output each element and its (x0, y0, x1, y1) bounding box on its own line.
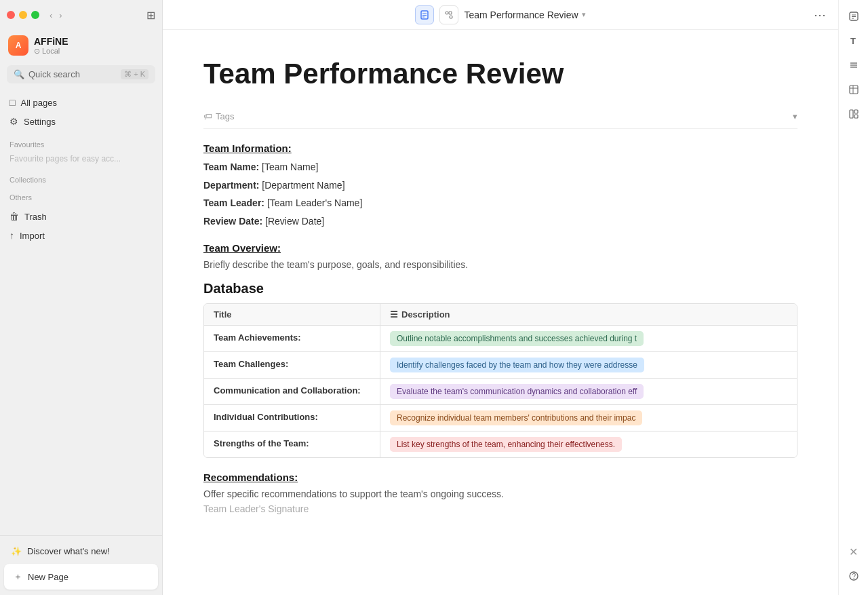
db-col-title-header: Title (204, 304, 380, 325)
workspace-avatar: A (8, 35, 28, 56)
team-info-section: Team Information: Team Name: [Team Name]… (203, 142, 797, 229)
help-button[interactable]: ? (843, 565, 865, 587)
db-header: Title ☰ Description (204, 304, 797, 326)
import-label: Import (20, 231, 45, 241)
table-row: Team Challenges: Identify challenges fac… (204, 352, 797, 379)
db-cell-desc-3: Recognize individual team members' contr… (380, 405, 797, 431)
sidebar-item-trash[interactable]: 🗑 Trash (4, 207, 158, 226)
table-row: Team Achievements: Outline notable accom… (204, 326, 797, 352)
layout-button[interactable] (843, 103, 865, 125)
overview-heading: Team Overview: (203, 242, 797, 254)
doc-area: Team Performance Review 🏷 Tags ▾ Team In… (163, 30, 838, 595)
close-button[interactable] (7, 11, 15, 19)
database-title: Database (203, 281, 797, 296)
page-title-label: Team Performance Review (464, 9, 578, 20)
settings-icon: ⚙ (9, 116, 18, 127)
svg-point-4 (446, 12, 448, 14)
edgeless-view-button[interactable] (439, 5, 458, 24)
maximize-button[interactable] (31, 11, 39, 19)
review-date-field: Review Date: [Review Date] (203, 214, 797, 229)
svg-rect-20 (854, 115, 858, 118)
all-pages-label: All pages (20, 98, 56, 108)
tags-chevron-icon: ▾ (793, 111, 797, 121)
list-view-button[interactable] (843, 54, 865, 76)
review-date-label: Review Date: (203, 216, 262, 227)
db-cell-title-2: Communication and Collaboration: (204, 379, 380, 404)
table-row: Strengths of the Team: List key strength… (204, 431, 797, 457)
doc-title: Team Performance Review (203, 57, 797, 91)
db-cell-title-4: Strengths of the Team: (204, 431, 380, 457)
search-left: 🔍 Quick search (14, 69, 80, 79)
db-col-desc-header: ☰ Description (380, 304, 797, 325)
new-page-label: New Page (28, 572, 68, 582)
desc-tag-3: Recognize individual team members' contr… (390, 410, 642, 425)
topbar-title[interactable]: Team Performance Review ▾ (464, 9, 585, 20)
import-icon: ↑ (9, 230, 14, 241)
desc-tag-0: Outline notable accomplishments and succ… (390, 331, 644, 346)
db-cell-desc-2: Evaluate the team's communication dynami… (380, 379, 797, 404)
table-view-button[interactable] (843, 79, 865, 100)
desc-tag-4: List key strengths of the team, enhancin… (390, 437, 622, 452)
sidebar-item-settings[interactable]: ⚙ Settings (4, 112, 158, 131)
recommendations-text: Offer specific recommendations to suppor… (203, 488, 797, 499)
sidebar-item-import[interactable]: ↑ Import (4, 226, 158, 245)
team-leader-field: Team Leader: [Team Leader's Name] (203, 195, 797, 210)
tag-icon: 🏷 (203, 111, 212, 121)
svg-rect-6 (449, 12, 452, 14)
search-shortcut: ⌘ + K (121, 69, 149, 79)
search-bar[interactable]: 🔍 Quick search ⌘ + K (7, 65, 155, 83)
close-panel-button[interactable]: ✕ (843, 541, 865, 562)
review-date-value: [Review Date] (265, 216, 324, 227)
discover-button[interactable]: ✨ Discover what's new! (4, 541, 158, 561)
main-area: Team Performance Review ▾ ⋯ Team Perform… (163, 0, 838, 595)
team-info-heading: Team Information: (203, 142, 797, 154)
local-icon: ⊙ (34, 47, 40, 56)
desc-tag-1: Identify challenges faced by the team an… (390, 358, 644, 372)
recommendations-section: Recommendations: Offer specific recommen… (203, 472, 797, 514)
search-icon: 🔍 (14, 69, 24, 79)
table-icon (848, 84, 859, 95)
edgeless-icon (444, 10, 454, 20)
text-format-button[interactable]: T (843, 30, 865, 52)
team-name-field: Team Name: [Team Name] (203, 159, 797, 174)
settings-label: Settings (24, 117, 56, 127)
help-icon: ? (848, 571, 859, 581)
team-leader-sig: Team Leader's Signature (203, 503, 797, 514)
page-view-button[interactable] (415, 5, 434, 24)
topbar-center: Team Performance Review ▾ (415, 5, 585, 24)
workspace-type: ⊙ Local (34, 47, 68, 56)
team-overview-section: Team Overview: Briefly describe the team… (203, 242, 797, 458)
svg-rect-19 (854, 110, 858, 113)
desc-list-icon: ☰ (390, 309, 398, 320)
others-nav: 🗑 Trash ↑ Import (0, 204, 162, 248)
page-icon (420, 10, 429, 20)
table-row: Communication and Collaboration: Evaluat… (204, 379, 797, 405)
toc-icon (848, 11, 859, 22)
others-section-label: Others (0, 187, 162, 204)
sidebar: ‹ › ⊞ A AFFiNE ⊙ Local 🔍 Quick search ⌘ … (0, 0, 163, 595)
right-toolbar: T ✕ ? (838, 0, 868, 595)
more-options-button[interactable]: ⋯ (811, 5, 829, 25)
svg-rect-15 (850, 85, 858, 94)
desc-tag-2: Evaluate the team's communication dynami… (390, 384, 644, 399)
forward-button[interactable]: › (57, 9, 64, 22)
workspace-header[interactable]: A AFFiNE ⊙ Local (0, 30, 162, 62)
svg-rect-18 (850, 110, 853, 118)
sidebar-toggle-button[interactable]: ⊞ (146, 9, 155, 22)
team-leader-label: Team Leader: (203, 197, 264, 208)
tags-row[interactable]: 🏷 Tags ▾ (203, 104, 797, 129)
back-button[interactable]: ‹ (47, 9, 54, 22)
pages-icon: □ (9, 97, 15, 108)
department-value: [Department Name] (262, 180, 344, 191)
collections-section-label: Collections (0, 169, 162, 187)
sidebar-item-all-pages[interactable]: □ All pages (4, 93, 158, 112)
toc-button[interactable] (843, 5, 865, 27)
svg-text:T: T (850, 36, 856, 46)
db-cell-title-0: Team Achievements: (204, 326, 380, 351)
db-cell-title-1: Team Challenges: (204, 352, 380, 378)
text-icon: T (848, 35, 859, 46)
sidebar-bottom: ✨ Discover what's new! ＋ New Page (0, 535, 162, 595)
new-page-button[interactable]: ＋ New Page (4, 564, 158, 590)
minimize-button[interactable] (19, 11, 27, 19)
db-cell-desc-4: List key strengths of the team, enhancin… (380, 431, 797, 457)
